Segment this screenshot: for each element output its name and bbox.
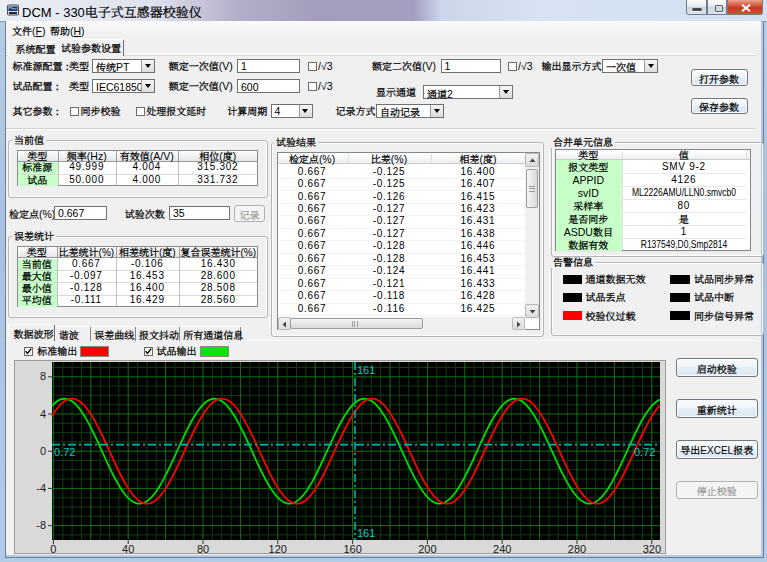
svg-text:0.72: 0.72 bbox=[634, 446, 655, 458]
svg-text:80: 80 bbox=[197, 543, 209, 554]
svg-text:160: 160 bbox=[343, 543, 361, 554]
svg-text:120: 120 bbox=[269, 543, 287, 554]
svg-text:0.72: 0.72 bbox=[54, 446, 75, 458]
svg-text:0: 0 bbox=[50, 543, 56, 554]
svg-text:280: 280 bbox=[568, 543, 586, 554]
svg-text:-4: -4 bbox=[36, 482, 46, 494]
svg-text:240: 240 bbox=[493, 543, 511, 554]
svg-text:4: 4 bbox=[40, 408, 46, 420]
svg-text:-8: -8 bbox=[36, 519, 46, 531]
svg-text:320: 320 bbox=[643, 543, 661, 554]
svg-text:161: 161 bbox=[357, 527, 375, 539]
svg-text:200: 200 bbox=[418, 543, 436, 554]
svg-text:161: 161 bbox=[357, 364, 375, 376]
svg-text:0: 0 bbox=[40, 445, 46, 457]
svg-text:8: 8 bbox=[40, 370, 46, 382]
svg-text:40: 40 bbox=[122, 543, 134, 554]
